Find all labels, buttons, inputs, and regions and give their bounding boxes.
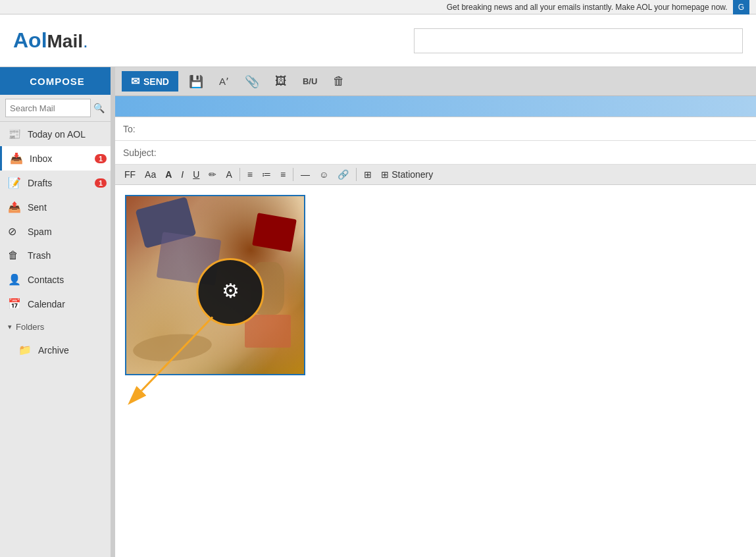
subject-input[interactable]	[164, 147, 748, 158]
fmt-ff-button[interactable]: FF	[120, 167, 139, 182]
spam-icon: ⊘	[8, 225, 22, 238]
format-icon: B/U	[303, 76, 317, 86]
save-icon: 💾	[189, 74, 203, 89]
search-input[interactable]	[5, 99, 91, 117]
from-bar	[115, 96, 756, 117]
top-banner: Get breaking news and all your emails in…	[0, 0, 756, 14]
sidebar-item-sent[interactable]: 📤 Sent	[0, 195, 114, 219]
fmt-color-button[interactable]: ✏	[205, 167, 220, 182]
fmt-bold-button[interactable]: A	[161, 167, 176, 182]
sidebar-item-label: Drafts	[28, 178, 52, 188]
trash-icon: 🗑	[8, 250, 22, 261]
inbox-badge: 1	[95, 154, 107, 163]
sidebar-item-contacts[interactable]: 👤 Contacts	[0, 267, 114, 292]
format-toolbar: FF Aa A I U ✏ A ≡ ≔ ≡ — ☺ 🔗 ⊞ ⊞ Statione…	[115, 165, 756, 185]
drafts-icon: 📝	[8, 176, 22, 189]
compose-area: ✉ SEND 💾 Aʼ 📎 🖼 B/U 🗑	[115, 67, 756, 557]
send-icon: ✉	[131, 75, 139, 88]
delete-button[interactable]: 🗑	[328, 72, 350, 91]
format-divider-2	[293, 168, 293, 181]
to-field: To:	[115, 117, 756, 141]
format-divider	[239, 168, 240, 181]
header: Aol Mail.	[0, 14, 756, 67]
fmt-link-button[interactable]: 🔗	[334, 167, 353, 182]
folders-section[interactable]: ▾ Folders	[0, 316, 114, 338]
sidebar-item-inbox[interactable]: 📥 Inbox 1	[0, 146, 114, 171]
today-icon: 📰	[8, 128, 22, 140]
chevron-down-icon: ▾	[8, 323, 12, 331]
folders-label: Folders	[16, 322, 44, 332]
sidebar-item-label: Contacts	[28, 275, 64, 285]
contacts-icon: 👤	[8, 273, 22, 286]
sidebar-item-label: Sent	[28, 202, 47, 213]
fmt-highlight-button[interactable]: A	[222, 167, 236, 182]
image-button[interactable]: 🖼	[270, 72, 292, 91]
inserted-image	[126, 196, 304, 374]
sidebar-item-spam[interactable]: ⊘ Spam	[0, 219, 114, 244]
attach-icon: 📎	[245, 74, 259, 89]
fmt-table-button[interactable]: ⊞	[360, 167, 376, 182]
subject-label: Subject:	[123, 147, 159, 158]
compose-toolbar: ✉ SEND 💾 Aʼ 📎 🖼 B/U 🗑	[115, 67, 756, 96]
font-button[interactable]: Aʼ	[214, 73, 234, 90]
fmt-ol-button[interactable]: ≔	[258, 167, 275, 182]
sidebar-item-label: Trash	[28, 250, 51, 261]
sidebar-item-drafts[interactable]: 📝 Drafts 1	[0, 171, 114, 195]
to-input[interactable]	[164, 124, 748, 134]
calendar-icon: 📅	[8, 298, 22, 310]
delete-icon: 🗑	[333, 74, 345, 88]
fmt-emoji-button[interactable]: ☺	[315, 167, 332, 182]
sidebar-item-label: Inbox	[30, 153, 52, 164]
attach-button[interactable]: 📎	[239, 72, 265, 92]
fmt-size-button[interactable]: Aa	[141, 167, 160, 182]
compose-body[interactable]: ⚙ ×	[115, 185, 756, 557]
sent-icon: 📤	[8, 201, 22, 213]
logo: Aol Mail.	[13, 28, 88, 53]
image-icon: 🖼	[275, 74, 287, 88]
sidebar-item-label: Spam	[28, 226, 52, 237]
header-search-input[interactable]	[414, 28, 743, 53]
compose-button[interactable]: COMPOSE	[0, 67, 114, 95]
fmt-ul-button[interactable]: ≡	[276, 167, 290, 182]
to-label: To:	[123, 124, 159, 134]
sidebar-item-trash[interactable]: 🗑 Trash	[0, 244, 114, 267]
save-button[interactable]: 💾	[184, 72, 209, 92]
subject-field: Subject:	[115, 141, 756, 165]
format-divider-3	[356, 168, 357, 181]
sidebar-item-today[interactable]: 📰 Today on AOL	[0, 122, 114, 146]
fmt-stationery-button[interactable]: ⊞ Stationery	[377, 167, 437, 182]
sidebar-item-label: Archive	[38, 345, 69, 356]
search-bar: 🔍	[0, 95, 114, 122]
format-button[interactable]: B/U	[297, 74, 322, 89]
drafts-badge: 1	[95, 178, 107, 188]
font-icon: Aʼ	[219, 76, 229, 88]
inserted-image-container: ⚙ ×	[125, 195, 305, 375]
sidebar: COMPOSE 🔍 📰 Today on AOL 📥 Inbox 1 📝 Dra…	[0, 67, 115, 557]
main-layout: COMPOSE 🔍 📰 Today on AOL 📥 Inbox 1 📝 Dra…	[0, 67, 756, 557]
banner-text: Get breaking news and all your emails in…	[447, 3, 728, 12]
sidebar-scrollbar[interactable]	[111, 67, 114, 557]
fmt-align-button[interactable]: ≡	[243, 167, 257, 182]
sidebar-item-calendar[interactable]: 📅 Calendar	[0, 292, 114, 316]
banner-button[interactable]: G	[733, 0, 749, 14]
logo-mail: Mail	[47, 31, 83, 52]
sidebar-item-archive[interactable]: 📁 Archive	[0, 338, 114, 362]
logo-aol: Aol	[13, 28, 47, 53]
send-label: SEND	[143, 76, 169, 87]
send-button[interactable]: ✉ SEND	[122, 71, 178, 92]
fmt-italic-button[interactable]: I	[177, 167, 188, 182]
search-icon-button[interactable]: 🔍	[91, 101, 107, 115]
sidebar-item-label: Calendar	[28, 299, 65, 309]
inbox-icon: 📥	[10, 152, 24, 165]
fmt-underline-button[interactable]: U	[189, 167, 203, 182]
fmt-hr-button[interactable]: —	[297, 167, 314, 182]
logo-dot: .	[83, 31, 88, 52]
archive-icon: 📁	[18, 344, 33, 356]
sidebar-item-label: Today on AOL	[28, 129, 86, 140]
